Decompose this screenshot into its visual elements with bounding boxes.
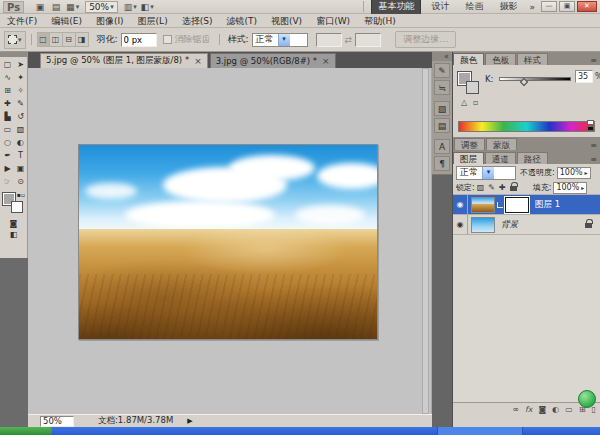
mini-bridge-icon[interactable]: ▤ bbox=[49, 1, 63, 13]
tab-masks[interactable]: 蒙版 bbox=[486, 138, 517, 150]
paragraph-panel-icon[interactable]: ¶ bbox=[434, 156, 450, 171]
status-zoom-input[interactable]: 50% bbox=[40, 416, 74, 427]
pen-tool[interactable]: ✒ bbox=[1, 149, 14, 162]
menu-edit[interactable]: 编辑(E) bbox=[44, 14, 89, 28]
desert-photo[interactable] bbox=[78, 144, 378, 340]
arrange-documents-icon[interactable]: ▥▾ bbox=[123, 1, 138, 13]
document-tab-active[interactable]: 5.jpg @ 50% (图层 1, 图层蒙版/8) * × bbox=[40, 53, 208, 68]
panel-menu-icon[interactable]: ≡ bbox=[590, 155, 597, 164]
screen-mode-button[interactable]: ◧ bbox=[7, 230, 21, 239]
layer-mask-thumbnail[interactable] bbox=[505, 197, 529, 213]
bridge-icon[interactable]: ▣ bbox=[33, 1, 47, 13]
width-input[interactable] bbox=[316, 33, 342, 47]
workspace-photography-button[interactable]: 摄影 bbox=[493, 0, 523, 14]
close-tab-icon[interactable]: × bbox=[322, 56, 330, 66]
layer-thumbnail[interactable] bbox=[471, 217, 495, 233]
tab-adjustments[interactable]: 调整 bbox=[454, 138, 485, 150]
antialias-checkbox[interactable] bbox=[163, 35, 172, 44]
selection-mode-intersect-button[interactable]: ◨ bbox=[76, 32, 89, 47]
visibility-eye-icon[interactable]: ◉ bbox=[453, 195, 468, 215]
panel-menu-icon[interactable]: ≡ bbox=[590, 56, 597, 65]
workspace-design-button[interactable]: 设计 bbox=[425, 0, 455, 14]
start-button[interactable] bbox=[0, 427, 52, 435]
tool-preset-picker[interactable]: ▾ bbox=[4, 31, 26, 49]
k-slider-track[interactable] bbox=[499, 77, 571, 81]
quick-mask-button[interactable]: ◙ bbox=[7, 219, 21, 228]
dodge-tool[interactable]: ◐ bbox=[14, 136, 27, 149]
blur-tool[interactable]: ○ bbox=[1, 136, 14, 149]
style-select[interactable]: 正常 ▾ bbox=[252, 33, 308, 47]
eyedropper-tool[interactable]: ✧ bbox=[14, 84, 27, 97]
tab-paths[interactable]: 路径 bbox=[517, 152, 548, 164]
canvas-vertical-scrollbar[interactable] bbox=[422, 68, 429, 414]
tab-layers[interactable]: 图层 bbox=[453, 152, 484, 164]
view-extras-icon[interactable]: ▦▾ bbox=[65, 1, 80, 13]
menu-window[interactable]: 窗口(W) bbox=[309, 14, 357, 28]
feather-input[interactable] bbox=[121, 33, 157, 47]
lock-all-icon[interactable] bbox=[510, 186, 517, 191]
clone-stamp-tool[interactable]: ▙ bbox=[1, 110, 14, 123]
spectrum-black-swatch[interactable] bbox=[587, 126, 594, 131]
menu-help[interactable]: 帮助(H) bbox=[357, 14, 403, 28]
layer-thumbnail[interactable] bbox=[471, 197, 495, 213]
character-panel-icon[interactable]: A bbox=[434, 139, 450, 154]
opacity-input[interactable]: 100% ▸ bbox=[557, 167, 591, 179]
menu-layer[interactable]: 图层(L) bbox=[131, 14, 175, 28]
crop-tool[interactable]: ⊞ bbox=[1, 84, 14, 97]
screen-mode-icon[interactable]: ◧▾ bbox=[140, 1, 155, 13]
eraser-tool[interactable]: ▭ bbox=[1, 123, 14, 136]
type-tool[interactable]: T bbox=[14, 149, 27, 162]
web-color-cube-icon[interactable]: ▫ bbox=[473, 98, 478, 107]
lock-image-icon[interactable]: ✎ bbox=[488, 183, 495, 192]
clone-source-panel-icon[interactable]: ≒ bbox=[434, 80, 450, 95]
layer-group-icon[interactable]: ▭ bbox=[565, 405, 573, 414]
background-color-swatch[interactable] bbox=[11, 201, 23, 213]
layer-style-icon[interactable]: fx bbox=[525, 405, 533, 414]
history-brush-tool[interactable]: ↺ bbox=[14, 110, 27, 123]
zoom-tool[interactable]: ⊙ bbox=[14, 175, 27, 188]
close-tab-icon[interactable]: × bbox=[194, 56, 202, 66]
menu-image[interactable]: 图像(I) bbox=[89, 14, 131, 28]
styles-panel-icon[interactable]: ▧ bbox=[434, 101, 450, 116]
canvas[interactable] bbox=[28, 68, 432, 414]
tab-swatches[interactable]: 色板 bbox=[485, 53, 516, 65]
layer-name[interactable]: 背景 bbox=[501, 219, 518, 231]
color-spectrum-ramp[interactable] bbox=[458, 121, 595, 132]
workspace-overflow-button[interactable]: » bbox=[529, 2, 535, 12]
lasso-tool[interactable]: ∿ bbox=[1, 71, 14, 84]
blend-mode-select[interactable]: 正常 ▾ bbox=[456, 166, 516, 180]
gamut-warning-icon[interactable]: △ bbox=[461, 98, 467, 107]
menu-select[interactable]: 选择(S) bbox=[175, 14, 220, 28]
refine-edge-button[interactable]: 调整边缘… bbox=[395, 31, 456, 48]
panel-background-swatch[interactable] bbox=[466, 81, 479, 94]
layer-comps-panel-icon[interactable]: ▤ bbox=[434, 118, 450, 133]
tab-color[interactable]: 颜色 bbox=[453, 53, 484, 65]
taskbar-item[interactable] bbox=[437, 427, 523, 435]
menu-file[interactable]: 文件(F) bbox=[0, 14, 44, 28]
selection-mode-subtract-button[interactable]: ⊟ bbox=[63, 32, 76, 47]
rectangular-marquee-tool[interactable]: ▢ bbox=[1, 58, 14, 71]
add-layer-mask-icon[interactable]: ◙ bbox=[539, 405, 547, 414]
notification-badge-icon[interactable] bbox=[578, 390, 596, 408]
menu-filter[interactable]: 滤镜(T) bbox=[219, 14, 264, 28]
spot-healing-brush-tool[interactable]: ✚ bbox=[1, 97, 14, 110]
document-tab-inactive[interactable]: 3.jpg @ 50%(RGB/8#) * × bbox=[210, 53, 336, 68]
height-input[interactable] bbox=[355, 33, 381, 47]
lock-transparent-icon[interactable]: ▨ bbox=[477, 183, 485, 192]
layer-name[interactable]: 图层 1 bbox=[535, 199, 560, 211]
adjustment-layer-icon[interactable]: ◐ bbox=[552, 405, 559, 414]
workspace-painting-button[interactable]: 绘画 bbox=[459, 0, 489, 14]
zoom-level-control[interactable]: 50%▾ bbox=[85, 1, 118, 13]
menu-view[interactable]: 视图(V) bbox=[264, 14, 309, 28]
layer-row-background[interactable]: ◉ 背景 bbox=[453, 215, 600, 235]
gradient-tool[interactable]: ▧ bbox=[14, 123, 27, 136]
windows-taskbar[interactable] bbox=[0, 427, 600, 435]
move-tool[interactable]: ➤ bbox=[14, 58, 27, 71]
default-colors-icon[interactable]: ▪▫ bbox=[17, 191, 25, 198]
selection-mode-new-button[interactable]: □ bbox=[37, 32, 50, 47]
close-button[interactable]: ✕ bbox=[577, 1, 597, 12]
k-value-input[interactable]: 35 bbox=[575, 70, 593, 83]
path-selection-tool[interactable]: ▶ bbox=[1, 162, 14, 175]
layer-row-layer1[interactable]: ◉ 图层 1 bbox=[453, 195, 600, 215]
brush-panel-icon[interactable]: ✎ bbox=[434, 63, 450, 78]
